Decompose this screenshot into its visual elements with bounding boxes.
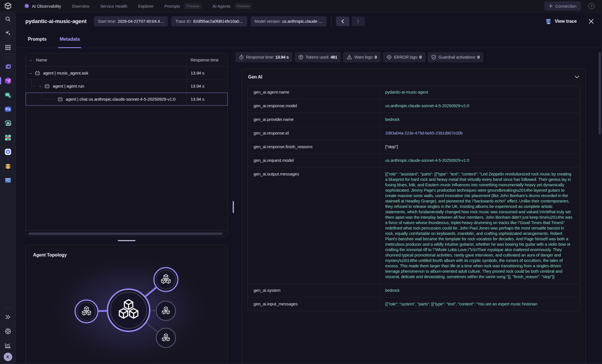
support-lifebuoy-icon[interactable] <box>2 326 14 337</box>
sidebar-item-workflows-app[interactable] <box>2 104 14 115</box>
collapse-all-icon[interactable]: – <box>30 57 32 62</box>
sidebar-item-logs-app[interactable] <box>2 160 14 172</box>
trace-box-icon: LATEST <box>545 18 552 25</box>
next-trace-button[interactable] <box>352 16 365 26</box>
topology-node-bottom-right[interactable] <box>156 328 176 348</box>
agent-robot-icon <box>44 84 50 88</box>
apps-grid-icon[interactable] <box>2 42 14 53</box>
header-chips: Start time: 2026-04-22T07:40:04.4… Trace… <box>94 16 327 26</box>
table-row: gen_ai.response.finish_reasons ["stop"] <box>248 140 580 154</box>
sidebar-item-infrastructure-app[interactable] <box>2 132 14 143</box>
tab-prompts[interactable]: Prompts <box>28 30 47 48</box>
nav-item-explorer[interactable]: Explorer <box>138 4 154 9</box>
sidebar-item-clamps-app[interactable] <box>2 118 14 129</box>
top-bar: AI Observability Overview Service Health… <box>0 0 602 12</box>
chip-label: Trace ID: <box>175 19 192 24</box>
header-actions: LATEST View trace <box>545 18 594 25</box>
sidebar-item-services-app[interactable] <box>2 61 14 72</box>
horizontal-scrollbar-thumb[interactable] <box>28 233 222 235</box>
topology-node-right[interactable] <box>156 301 176 320</box>
tree-connector <box>31 79 32 86</box>
attribute-value: bedrock <box>379 284 580 297</box>
chip-value: 2026-04-22T07:40:04.4… <box>118 19 164 24</box>
attribute-key: gen_ai.response.model <box>248 99 379 113</box>
sidebar-item-ai-observability-app[interactable] <box>2 75 14 86</box>
sidebar-item-kubernetes-app[interactable] <box>2 146 14 158</box>
attribute-value: ["stop"] <box>379 140 580 154</box>
collapse-row-icon[interactable]: – <box>30 71 32 75</box>
help-icon[interactable]: ? <box>588 3 595 9</box>
chip-value: 82df95ac2a0fd814fe10a0… <box>193 19 243 24</box>
attribute-key: gen_ai.output.messages <box>248 167 379 284</box>
attribute-value: bedrock <box>379 113 580 126</box>
stat-label: Guardrail activations: <box>438 55 476 59</box>
table-row: gen_ai.response.id 2d83a04a-223e-475d-be… <box>248 127 580 140</box>
nav-item-overview[interactable]: Overview <box>72 4 89 9</box>
dynatrace-logo[interactable] <box>0 0 16 12</box>
stat-label: Response time: <box>246 55 274 59</box>
nav-item-prompts[interactable]: Prompts Preview <box>164 3 202 9</box>
panel-resize-handle-horizontal[interactable] <box>118 240 135 241</box>
topology-node-center[interactable] <box>108 289 150 331</box>
view-trace-button[interactable]: LATEST View trace <box>545 18 577 25</box>
collapse-row-icon[interactable]: – <box>39 84 42 88</box>
stat-label: ERROR logs: <box>394 55 418 59</box>
add-connection-button[interactable]: Connection <box>544 1 581 11</box>
topology-node-top-right[interactable] <box>154 268 178 291</box>
topology-node-left[interactable] <box>75 300 98 323</box>
error-icon <box>387 55 392 60</box>
stopwatch-icon <box>239 55 244 60</box>
close-icon[interactable] <box>589 19 594 24</box>
span-row-agent-run[interactable]: – agent | agent run 13.94 s <box>26 80 228 93</box>
nav-label: Service Health <box>100 4 127 9</box>
attribute-key: gen_ai.input_messages <box>248 297 379 311</box>
chip-value: us.anthropic.claude-… <box>282 19 323 24</box>
nav-item-ai-observability[interactable]: AI Observability <box>24 3 61 9</box>
stat-value: 13.94 s <box>275 55 289 59</box>
warning-icon <box>347 55 352 60</box>
attribute-value: [{"role": "system", "parts": [{"type": "… <box>379 297 580 311</box>
sidebar-item-containers-app[interactable] <box>2 175 14 186</box>
span-name: agent | agent run <box>53 84 84 88</box>
app-sidebar: K <box>0 12 16 364</box>
user-avatar[interactable]: K <box>4 353 12 361</box>
table-row: gen_ai.agent.name pydantic-ai-music-agen… <box>248 86 580 99</box>
usage-chart-icon[interactable] <box>2 340 14 351</box>
chip-label: Start time: <box>98 19 116 24</box>
nav-item-ai-agents[interactable]: AI Agents Preview <box>213 3 252 9</box>
attribute-value: pydantic-ai-music-agent <box>379 86 580 99</box>
chip-label: Model version: <box>255 19 281 24</box>
plus-icon <box>549 4 553 8</box>
gen-ai-panel: Gen AI gen_ai.agent.name pydantic-ai-mus… <box>242 69 586 364</box>
tab-label: Metadata <box>60 36 80 42</box>
panel-resize-handle-vertical[interactable] <box>233 201 234 213</box>
agent-topology-title: Agent Topology <box>26 245 228 258</box>
search-icon[interactable] <box>2 13 14 25</box>
sidebar-item-charts-app[interactable] <box>2 89 14 101</box>
nav-item-service-health[interactable]: Service Health <box>100 4 127 9</box>
tree-table-header: – Name Response time <box>26 53 228 67</box>
gen-ai-attributes-table: gen_ai.agent.name pydantic-ai-music-agen… <box>248 85 580 311</box>
nav-label: AI Observability <box>32 4 61 9</box>
ai-sparkles-icon[interactable] <box>2 28 14 39</box>
span-row-chat-claude[interactable]: agent | chat us.anthropic.claude-sonnet-… <box>26 93 228 106</box>
expand-sidebar-icon[interactable] <box>2 311 14 323</box>
warn-logs-stat: Warn logs: 0 <box>343 52 380 62</box>
attribute-key: gen_ai.provider.name <box>248 113 379 126</box>
tab-label: Prompts <box>28 36 47 42</box>
preview-badge: Preview <box>234 3 252 9</box>
table-row: gen_ai.system bedrock <box>248 284 580 297</box>
svg-text:LATEST: LATEST <box>547 23 550 24</box>
gen-ai-title: Gen AI <box>248 75 262 80</box>
span-row-music-agent-ask[interactable]: – agent | music_agent.ask 13.94 s <box>26 67 228 80</box>
gen-ai-section-header[interactable]: Gen AI <box>242 69 585 85</box>
vertical-scrollbar-thumb[interactable] <box>599 52 601 135</box>
previous-trace-button[interactable] <box>336 16 349 26</box>
tree-connector <box>31 86 36 86</box>
tab-metadata[interactable]: Metadata <box>60 30 80 48</box>
start-time-chip: Start time: 2026-04-22T07:40:04.4… <box>94 16 168 26</box>
header-divider <box>331 16 331 26</box>
sidebar-divider <box>4 307 12 308</box>
attribute-value: us.anthropic.claude-sonnet-4-5-20250929-… <box>379 99 580 113</box>
stat-value: 0 <box>419 55 422 59</box>
